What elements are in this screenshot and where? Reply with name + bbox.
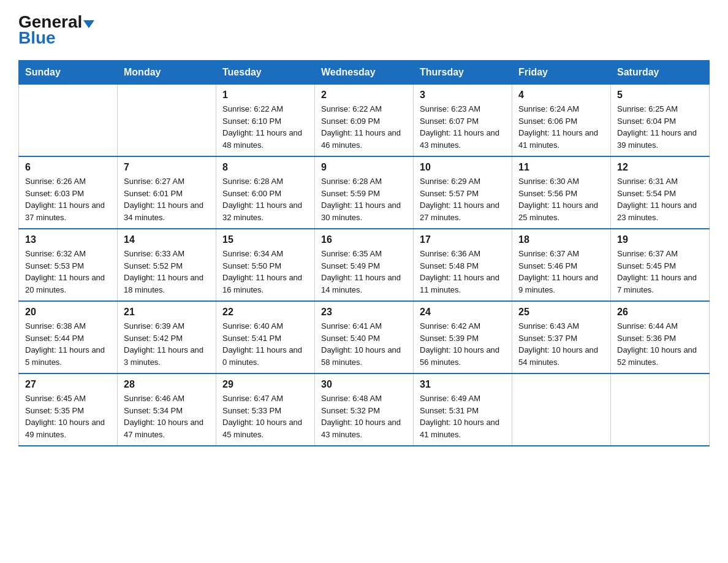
calendar-cell: 1Sunrise: 6:22 AMSunset: 6:10 PMDaylight… (216, 85, 315, 157)
day-number: 15 (222, 234, 308, 245)
week-row-5: 27Sunrise: 6:45 AMSunset: 5:35 PMDayligh… (19, 373, 710, 446)
calendar-cell: 20Sunrise: 6:38 AMSunset: 5:44 PMDayligh… (19, 301, 118, 373)
day-info: Sunrise: 6:36 AMSunset: 5:48 PMDaylight:… (420, 248, 506, 296)
header-monday: Monday (118, 61, 216, 85)
day-number: 31 (420, 379, 506, 390)
day-number: 5 (617, 90, 703, 101)
calendar-cell: 14Sunrise: 6:33 AMSunset: 5:52 PMDayligh… (118, 229, 216, 301)
day-info: Sunrise: 6:44 AMSunset: 5:36 PMDaylight:… (617, 320, 703, 368)
day-number: 4 (518, 90, 604, 101)
day-number: 11 (518, 162, 604, 173)
day-number: 22 (222, 307, 308, 318)
calendar-cell: 29Sunrise: 6:47 AMSunset: 5:33 PMDayligh… (216, 373, 315, 446)
calendar-cell: 19Sunrise: 6:37 AMSunset: 5:45 PMDayligh… (611, 229, 710, 301)
week-row-4: 20Sunrise: 6:38 AMSunset: 5:44 PMDayligh… (19, 301, 710, 373)
day-info: Sunrise: 6:41 AMSunset: 5:40 PMDaylight:… (321, 320, 407, 368)
logo-triangle-icon (83, 20, 94, 28)
calendar-cell: 9Sunrise: 6:28 AMSunset: 5:59 PMDaylight… (315, 156, 414, 229)
day-number: 10 (420, 162, 506, 173)
calendar-cell: 21Sunrise: 6:39 AMSunset: 5:42 PMDayligh… (118, 301, 216, 373)
day-number: 8 (222, 162, 308, 173)
week-row-3: 13Sunrise: 6:32 AMSunset: 5:53 PMDayligh… (19, 229, 710, 301)
calendar-cell: 28Sunrise: 6:46 AMSunset: 5:34 PMDayligh… (118, 373, 216, 446)
day-info: Sunrise: 6:32 AMSunset: 5:53 PMDaylight:… (25, 248, 111, 296)
header-tuesday: Tuesday (216, 61, 315, 85)
calendar-cell: 17Sunrise: 6:36 AMSunset: 5:48 PMDayligh… (414, 229, 512, 301)
day-number: 1 (222, 90, 308, 101)
calendar-cell: 10Sunrise: 6:29 AMSunset: 5:57 PMDayligh… (414, 156, 512, 229)
day-info: Sunrise: 6:42 AMSunset: 5:39 PMDaylight:… (420, 320, 506, 368)
day-info: Sunrise: 6:39 AMSunset: 5:42 PMDaylight:… (124, 320, 210, 368)
calendar-cell: 7Sunrise: 6:27 AMSunset: 6:01 PMDaylight… (118, 156, 216, 229)
day-number: 21 (124, 307, 210, 318)
day-number: 30 (321, 379, 407, 390)
page-header: General Blue (18, 12, 710, 48)
day-info: Sunrise: 6:29 AMSunset: 5:57 PMDaylight:… (420, 175, 506, 223)
day-info: Sunrise: 6:49 AMSunset: 5:31 PMDaylight:… (420, 393, 506, 440)
calendar-cell (19, 85, 118, 157)
day-info: Sunrise: 6:23 AMSunset: 6:07 PMDaylight:… (420, 103, 506, 151)
day-info: Sunrise: 6:47 AMSunset: 5:33 PMDaylight:… (222, 393, 308, 440)
day-info: Sunrise: 6:45 AMSunset: 5:35 PMDaylight:… (25, 393, 111, 440)
logo: General Blue (18, 12, 97, 48)
day-number: 28 (124, 379, 210, 390)
day-info: Sunrise: 6:31 AMSunset: 5:54 PMDaylight:… (617, 175, 703, 223)
header-friday: Friday (512, 61, 611, 85)
week-row-1: 1Sunrise: 6:22 AMSunset: 6:10 PMDaylight… (19, 85, 710, 157)
calendar-cell: 11Sunrise: 6:30 AMSunset: 5:56 PMDayligh… (512, 156, 611, 229)
calendar-cell: 12Sunrise: 6:31 AMSunset: 5:54 PMDayligh… (611, 156, 710, 229)
day-info: Sunrise: 6:28 AMSunset: 5:59 PMDaylight:… (321, 175, 407, 223)
logo-container: General Blue (18, 12, 97, 48)
calendar-cell: 2Sunrise: 6:22 AMSunset: 6:09 PMDaylight… (315, 85, 414, 157)
calendar-cell (611, 373, 710, 446)
day-number: 14 (124, 234, 210, 245)
day-info: Sunrise: 6:27 AMSunset: 6:01 PMDaylight:… (124, 175, 210, 223)
calendar-cell: 26Sunrise: 6:44 AMSunset: 5:36 PMDayligh… (611, 301, 710, 373)
day-number: 24 (420, 307, 506, 318)
day-info: Sunrise: 6:40 AMSunset: 5:41 PMDaylight:… (222, 320, 308, 368)
day-info: Sunrise: 6:37 AMSunset: 5:45 PMDaylight:… (617, 248, 703, 296)
day-number: 20 (25, 307, 111, 318)
day-number: 3 (420, 90, 506, 101)
calendar-cell: 25Sunrise: 6:43 AMSunset: 5:37 PMDayligh… (512, 301, 611, 373)
day-info: Sunrise: 6:22 AMSunset: 6:10 PMDaylight:… (222, 103, 308, 151)
calendar-cell: 16Sunrise: 6:35 AMSunset: 5:49 PMDayligh… (315, 229, 414, 301)
day-number: 6 (25, 162, 111, 173)
day-number: 25 (518, 307, 604, 318)
day-info: Sunrise: 6:34 AMSunset: 5:50 PMDaylight:… (222, 248, 308, 296)
day-info: Sunrise: 6:25 AMSunset: 6:04 PMDaylight:… (617, 103, 703, 151)
day-number: 9 (321, 162, 407, 173)
header-thursday: Thursday (414, 61, 512, 85)
day-info: Sunrise: 6:46 AMSunset: 5:34 PMDaylight:… (124, 393, 210, 440)
calendar-cell: 3Sunrise: 6:23 AMSunset: 6:07 PMDaylight… (414, 85, 512, 157)
day-number: 13 (25, 234, 111, 245)
day-number: 16 (321, 234, 407, 245)
header-wednesday: Wednesday (315, 61, 414, 85)
logo-general-row: General (18, 12, 94, 32)
calendar-cell (512, 373, 611, 446)
day-number: 18 (518, 234, 604, 245)
day-info: Sunrise: 6:30 AMSunset: 5:56 PMDaylight:… (518, 175, 604, 223)
week-row-2: 6Sunrise: 6:26 AMSunset: 6:03 PMDaylight… (19, 156, 710, 229)
day-number: 23 (321, 307, 407, 318)
day-number: 12 (617, 162, 703, 173)
calendar-cell: 4Sunrise: 6:24 AMSunset: 6:06 PMDaylight… (512, 85, 611, 157)
day-number: 27 (25, 379, 111, 390)
calendar-cell: 24Sunrise: 6:42 AMSunset: 5:39 PMDayligh… (414, 301, 512, 373)
calendar-table: SundayMondayTuesdayWednesdayThursdayFrid… (18, 60, 710, 446)
calendar-cell (118, 85, 216, 157)
day-info: Sunrise: 6:38 AMSunset: 5:44 PMDaylight:… (25, 320, 111, 368)
day-info: Sunrise: 6:37 AMSunset: 5:46 PMDaylight:… (518, 248, 604, 296)
header-sunday: Sunday (19, 61, 118, 85)
day-number: 19 (617, 234, 703, 245)
day-info: Sunrise: 6:28 AMSunset: 6:00 PMDaylight:… (222, 175, 308, 223)
calendar-cell: 8Sunrise: 6:28 AMSunset: 6:00 PMDaylight… (216, 156, 315, 229)
day-info: Sunrise: 6:48 AMSunset: 5:32 PMDaylight:… (321, 393, 407, 440)
calendar-cell: 23Sunrise: 6:41 AMSunset: 5:40 PMDayligh… (315, 301, 414, 373)
day-number: 7 (124, 162, 210, 173)
day-number: 17 (420, 234, 506, 245)
day-number: 26 (617, 307, 703, 318)
day-number: 29 (222, 379, 308, 390)
day-info: Sunrise: 6:24 AMSunset: 6:06 PMDaylight:… (518, 103, 604, 151)
calendar-cell: 15Sunrise: 6:34 AMSunset: 5:50 PMDayligh… (216, 229, 315, 301)
